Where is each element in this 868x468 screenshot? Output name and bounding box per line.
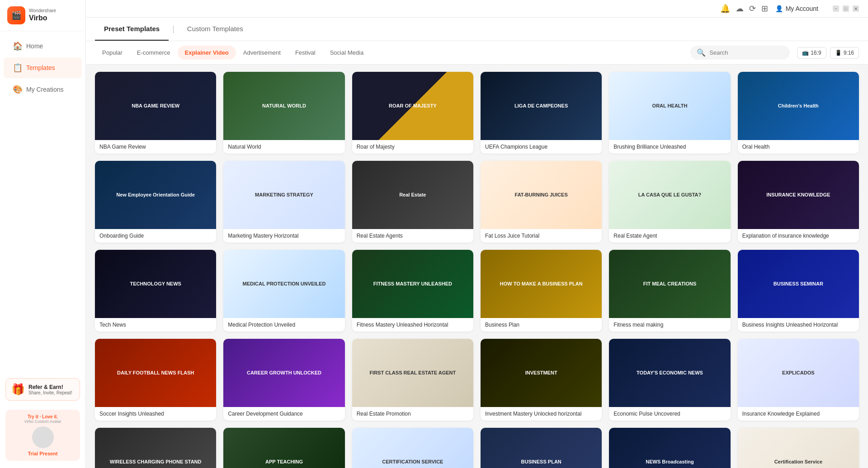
cat-advertisement[interactable]: Advertisement (236, 46, 288, 60)
template-card-fitmeal[interactable]: FIT MEAL CREATIONSFitness meal making (609, 250, 730, 332)
template-card-cert[interactable]: CERTIFICATION SERVICECertification Servi… (352, 428, 473, 468)
template-label-fatloss: Fat Loss Juice Tutorial (481, 229, 602, 243)
template-thumb-realestate: Real Estate (352, 161, 473, 229)
template-card-appteach[interactable]: APP TEACHINGApp Teaching (223, 428, 344, 468)
template-card-news[interactable]: NEWS BroadcastingNews Broadcasting (609, 428, 730, 468)
refer-earn-banner[interactable]: 🎁 Refer & Earn! Share, Invite, Repeat! (5, 378, 80, 401)
template-label-roar: Roar of Majesty (352, 140, 473, 154)
cat-popular[interactable]: Popular (95, 46, 130, 60)
template-thumb-bizseminar: BUSINESS SEMINAR (738, 250, 859, 318)
template-label-tech: Tech News (95, 318, 216, 332)
virbo-promo-banner[interactable]: Try it · Love it. Virbo Custom Avatar Tr… (5, 410, 80, 461)
template-card-cert2[interactable]: Certification ServiceCertification Servi… (738, 428, 859, 468)
template-card-tech[interactable]: TECHNOLOGY NEWSTech News (95, 250, 216, 332)
template-thumb-realagent: LA CASA QUE LE GUSTA? (609, 161, 730, 229)
gift-icon: 🎁 (11, 383, 25, 396)
template-label-natural: Natural World (223, 140, 344, 154)
topbar-icons: 🔔 ☁ ⟳ ⊞ (720, 4, 768, 14)
template-card-wireless[interactable]: WIRELESS CHARGING PHONE STANDWireless Ch… (95, 428, 216, 468)
mobile-icon: 📱 (835, 50, 842, 56)
sidebar-nav: 🏠 Home 📋 Templates 🎨 My Creations (0, 31, 85, 373)
template-thumb-soccer: DAILY FOOTBALL NEWS FLASH (95, 339, 216, 407)
template-card-roar[interactable]: ROAR OF MAJESTYRoar of Majesty (352, 72, 473, 154)
template-card-career[interactable]: CAREER GROWTH UNLOCKEDCareer Development… (223, 339, 344, 421)
template-label-invest: Investment Mastery Unlocked horizontal (481, 407, 602, 421)
template-label-economic: Economic Pulse Uncovered (609, 407, 730, 421)
template-card-brush[interactable]: ORAL HEALTHBrushing Brilliance Unleashed (609, 72, 730, 154)
template-thumb-realpromo: FIRST CLASS REAL ESTATE AGENT (352, 339, 473, 407)
template-card-realestate[interactable]: Real EstateReal Estate Agents (352, 161, 473, 243)
cat-explainer[interactable]: Explainer Video (178, 46, 236, 60)
template-card-bizplan[interactable]: HOW TO MAKE A BUSINESS PLANBusiness Plan (481, 250, 602, 332)
template-label-bizseminar: Business Insights Unleashed Horizontal (738, 318, 859, 332)
template-thumb-tech: TECHNOLOGY NEWS (95, 250, 216, 318)
refer-subtitle: Share, Invite, Repeat! (28, 390, 72, 395)
template-thumb-fitmeal: FIT MEAL CREATIONS (609, 250, 730, 318)
template-thumb-cert: CERTIFICATION SERVICE (352, 428, 473, 468)
template-label-onboard: Onboarding Guide (95, 229, 216, 243)
ratio-9-16[interactable]: 📱 9:16 (830, 47, 859, 59)
template-card-insknow[interactable]: EXPLICADOSInsurance Knowledge Explained (738, 339, 859, 421)
cat-social[interactable]: Social Media (323, 46, 371, 60)
tab-divider: | (169, 24, 178, 34)
template-card-fitness[interactable]: FITNESS MASTERY UNLEASHEDFitness Mastery… (352, 250, 473, 332)
template-card-bizseminar[interactable]: BUSINESS SEMINARBusiness Insights Unleas… (738, 250, 859, 332)
ratio-16-9[interactable]: 📺 16:9 (797, 47, 826, 59)
template-card-marketing[interactable]: MARKETING STRATEGYMarketing Mastery Hori… (223, 161, 344, 243)
template-card-bizplan2[interactable]: BUSINESS PLANBusiness Plan (481, 428, 602, 468)
template-card-oral[interactable]: Children's HealthOral Health (738, 72, 859, 154)
myaccount-button[interactable]: 👤 My Account (775, 5, 818, 12)
template-card-soccer[interactable]: DAILY FOOTBALL NEWS FLASHSoccer Insights… (95, 339, 216, 421)
tab-custom[interactable]: Custom Templates (178, 18, 252, 41)
cat-ecommerce[interactable]: E-commerce (130, 46, 178, 60)
template-thumb-cert2: Certification Service (738, 428, 859, 468)
template-card-uefa[interactable]: LIGA DE CAMPEONESUEFA Champions League (481, 72, 602, 154)
category-bar: Popular E-commerce Explainer Video Adver… (86, 41, 868, 65)
template-card-invest[interactable]: INVESTMENTInvestment Mastery Unlocked ho… (481, 339, 602, 421)
notification-icon[interactable]: 🔔 (720, 4, 730, 14)
maximize-button[interactable]: □ (843, 5, 849, 12)
brand-top: Wondershare (29, 8, 56, 14)
template-card-medical[interactable]: MEDICAL PROTECTION UNVEILEDMedical Prote… (223, 250, 344, 332)
template-card-nba[interactable]: NBA GAME REVIEWNBA Game Review (95, 72, 216, 154)
app-logo: 🎬 Wondershare Virbo (0, 0, 85, 31)
cloud-icon[interactable]: ☁ (736, 4, 744, 14)
search-input[interactable] (709, 49, 783, 56)
template-card-onboard[interactable]: New Employee Orientation GuideOnboarding… (95, 161, 216, 243)
template-label-realestate: Real Estate Agents (352, 229, 473, 243)
sidebar-item-templates[interactable]: 📋 Templates (4, 57, 82, 78)
template-thumb-medical: MEDICAL PROTECTION UNVEILED (223, 250, 344, 318)
template-thumb-insurance: INSURANCE KNOWLEDGE (738, 161, 859, 229)
tab-preset[interactable]: Preset Templates (95, 18, 169, 41)
template-thumb-brush: ORAL HEALTH (609, 72, 730, 140)
template-label-insknow: Insurance Knowledge Explained (738, 407, 859, 421)
creations-icon: 🎨 (13, 84, 22, 94)
template-thumb-career: CAREER GROWTH UNLOCKED (223, 339, 344, 407)
template-card-fatloss[interactable]: FAT-BURNING JUICESFat Loss Juice Tutoria… (481, 161, 602, 243)
sidebar-item-creations[interactable]: 🎨 My Creations (4, 79, 82, 100)
minimize-button[interactable]: − (833, 5, 839, 12)
template-thumb-bizplan2: BUSINESS PLAN (481, 428, 602, 468)
template-thumb-appteach: APP TEACHING (223, 428, 344, 468)
sidebar-item-home[interactable]: 🏠 Home (4, 36, 82, 56)
template-label-insurance: Explanation of insurance knowledge (738, 229, 859, 243)
template-thumb-wireless: WIRELESS CHARGING PHONE STAND (95, 428, 216, 468)
template-card-realagent[interactable]: LA CASA QUE LE GUSTA?Real Estate Agent (609, 161, 730, 243)
sidebar: 🎬 Wondershare Virbo 🏠 Home 📋 Templates 🎨… (0, 0, 86, 468)
template-card-insurance[interactable]: INSURANCE KNOWLEDGEExplanation of insura… (738, 161, 859, 243)
cat-festival[interactable]: Festival (288, 46, 323, 60)
refresh-icon[interactable]: ⟳ (749, 4, 756, 14)
grid-icon[interactable]: ⊞ (761, 4, 768, 14)
preset-custom-tabs: Preset Templates | Custom Templates (86, 18, 868, 41)
trial-button[interactable]: Trial Present (10, 451, 75, 456)
template-card-economic[interactable]: TODAY'S ECONOMIC NEWSEconomic Pulse Unco… (609, 339, 730, 421)
template-card-realpromo[interactable]: FIRST CLASS REAL ESTATE AGENTReal Estate… (352, 339, 473, 421)
close-button[interactable]: ✕ (853, 5, 859, 12)
promo-label: Try it · Love it. (10, 414, 75, 419)
template-card-natural[interactable]: NATURAL WORLDNatural World (223, 72, 344, 154)
sidebar-label-home: Home (26, 42, 43, 50)
template-label-uefa: UEFA Champions League (481, 140, 602, 154)
refer-title: Refer & Earn! (28, 384, 72, 390)
template-thumb-bizplan: HOW TO MAKE A BUSINESS PLAN (481, 250, 602, 318)
sidebar-label-templates: Templates (26, 64, 55, 71)
